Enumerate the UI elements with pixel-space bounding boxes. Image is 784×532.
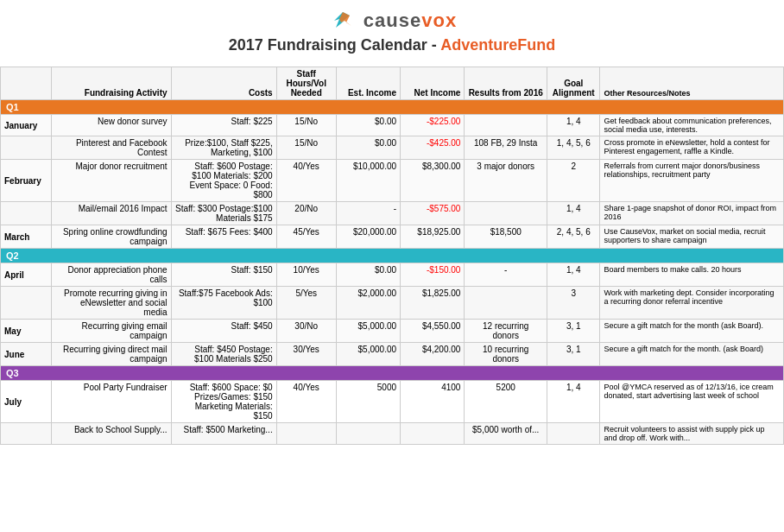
table-cell: 12 recurring donors — [465, 320, 547, 343]
table-cell: 1, 4 — [547, 202, 600, 225]
table-cell: Share 1-page snapshot of donor ROI, impa… — [600, 202, 784, 225]
table-cell — [465, 202, 547, 225]
table-cell: Pool Party Fundraiser — [52, 381, 171, 423]
table-cell: $1,825.00 — [401, 287, 465, 320]
table-cell: $4,200.00 — [401, 343, 465, 366]
table-cell: 1, 4 — [547, 381, 600, 423]
table-cell: 2, 4, 5, 6 — [547, 225, 600, 249]
logo-accent: cause — [364, 10, 421, 31]
table-cell: Staff:$75 Facebook Ads: $100 — [171, 287, 276, 320]
table-cell — [465, 115, 547, 136]
table-cell: Board members to make calls. 20 hours — [600, 263, 784, 287]
col-header-results: Results from 2016 — [465, 67, 547, 100]
table-cell: 3, 1 — [547, 320, 600, 343]
table-cell: $5,000.00 — [336, 320, 400, 343]
table-cell — [336, 423, 400, 445]
table-cell: January — [1, 115, 52, 136]
table-cell: Staff: $600 Postage: $100 Materials: $20… — [171, 160, 276, 202]
table-cell: 30/Yes — [276, 343, 336, 366]
table-cell: July — [1, 381, 52, 423]
table-cell: $0.00 — [336, 263, 400, 287]
table-cell: Donor appreciation phone calls — [52, 263, 171, 287]
table-cell: $5,000.00 — [336, 343, 400, 366]
table-cell — [1, 423, 52, 445]
table-cell: Cross promote in eNewsletter, hold a con… — [600, 136, 784, 160]
table-cell: - — [336, 202, 400, 225]
table-row: AprilDonor appreciation phone callsStaff… — [1, 263, 784, 287]
logo-text: causevox — [364, 10, 457, 32]
org-name: AdventureFund — [440, 36, 555, 54]
table-cell: -$425.00 — [401, 136, 465, 160]
table-cell: 3, 1 — [547, 343, 600, 366]
quarter-row: Q1 — [1, 100, 784, 115]
fundraising-calendar-table: Fundraising Activity Costs Staff Hours/V… — [0, 66, 784, 445]
logo-brand: vox — [421, 10, 457, 31]
table-cell: New donor survey — [52, 115, 171, 136]
logo-area: causevox — [0, 9, 784, 33]
table-cell: $4,550.00 — [401, 320, 465, 343]
col-header-goal: Goal Alignment — [547, 67, 600, 100]
table-cell: 1, 4, 5, 6 — [547, 136, 600, 160]
col-header-activity: Fundraising Activity — [52, 67, 171, 100]
logo-bird-icon — [327, 9, 358, 33]
table-cell: -$225.00 — [401, 115, 465, 136]
table-row: MarchSpring online crowdfunding campaign… — [1, 225, 784, 249]
table-cell: Use CauseVox, market on social media, re… — [600, 225, 784, 249]
table-cell: $0.00 — [336, 115, 400, 136]
table-cell: Secure a gift match for the month. (ask … — [600, 343, 784, 366]
table-cell: 2 — [547, 160, 600, 202]
table-cell: April — [1, 263, 52, 287]
quarter-row: Q3 — [1, 366, 784, 381]
table-cell: Referrals from current major donors/busi… — [600, 160, 784, 202]
table-cell: 5/Yes — [276, 287, 336, 320]
table-cell: $8,300.00 — [401, 160, 465, 202]
table-cell: Get feedback about communication prefere… — [600, 115, 784, 136]
col-header-notes: Other Resources/Notes — [600, 67, 784, 100]
table-cell: Pinterest and Facebook Contest — [52, 136, 171, 160]
table-row: JanuaryNew donor surveyStaff: $22515/No$… — [1, 115, 784, 136]
table-cell: Staff: $450 Postage: $100 Materials $250 — [171, 343, 276, 366]
table-cell: $5,000 worth of... — [465, 423, 547, 445]
table-cell: Staff: $500 Marketing... — [171, 423, 276, 445]
quarter-row: Q2 — [1, 249, 784, 263]
table-cell: 40/Yes — [276, 381, 336, 423]
table-cell: Recurring giving email campaign — [52, 320, 171, 343]
table-cell: $0.00 — [336, 136, 400, 160]
table-cell — [401, 423, 465, 445]
table-cell: Work with marketing dept. Consider incor… — [600, 287, 784, 320]
table-cell: 40/Yes — [276, 160, 336, 202]
table-row: Promote recurring giving in eNewsletter … — [1, 287, 784, 320]
page-header: causevox 2017 Fundraising Calendar - Adv… — [0, 0, 784, 66]
table-cell: 30/No — [276, 320, 336, 343]
table-cell: May — [1, 320, 52, 343]
table-cell: -$575.00 — [401, 202, 465, 225]
table-row: Back to School Supply...Staff: $500 Mark… — [1, 423, 784, 445]
table-cell: $10,000.00 — [336, 160, 400, 202]
table-cell: -$150.00 — [401, 263, 465, 287]
table-cell: 4100 — [401, 381, 465, 423]
table-row: Mail/email 2016 ImpactStaff: $300 Postag… — [1, 202, 784, 225]
table-cell: Mail/email 2016 Impact — [52, 202, 171, 225]
table-cell: 5200 — [465, 381, 547, 423]
col-header-costs: Costs — [171, 67, 276, 100]
table-row: JulyPool Party FundraiserStaff: $600 Spa… — [1, 381, 784, 423]
title-text: 2017 Fundraising Calendar - — [229, 36, 440, 54]
table-cell — [547, 423, 600, 445]
table-row: FebruaryMajor donor recruitmentStaff: $6… — [1, 160, 784, 202]
table-row: Pinterest and Facebook ContestPrize:$100… — [1, 136, 784, 160]
table-cell: Major donor recruitment — [52, 160, 171, 202]
table-cell: Staff: $150 — [171, 263, 276, 287]
table-cell: Staff: $300 Postage:$100 Materials $175 — [171, 202, 276, 225]
table-cell: 15/No — [276, 136, 336, 160]
table-cell: Prize:$100, Staff $225, Marketing, $100 — [171, 136, 276, 160]
col-header-month — [1, 67, 52, 100]
col-header-est-income: Est. Income — [336, 67, 400, 100]
table-cell: June — [1, 343, 52, 366]
table-cell: 10 recurring donors — [465, 343, 547, 366]
table-cell — [1, 136, 52, 160]
table-row: JuneRecurring giving direct mail campaig… — [1, 343, 784, 366]
page-title: 2017 Fundraising Calendar - AdventureFun… — [0, 36, 784, 54]
table-cell: 10/Yes — [276, 263, 336, 287]
table-cell: 15/No — [276, 115, 336, 136]
table-cell: Back to School Supply... — [52, 423, 171, 445]
